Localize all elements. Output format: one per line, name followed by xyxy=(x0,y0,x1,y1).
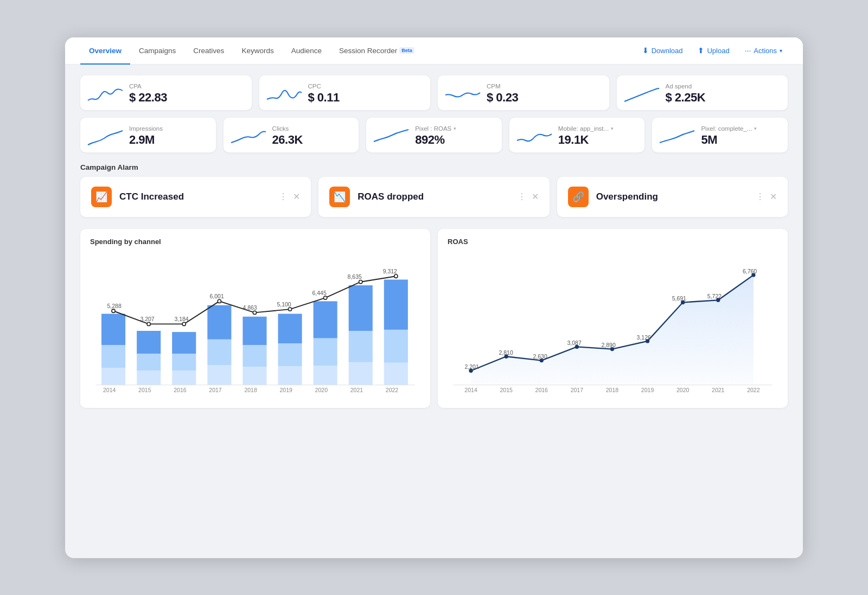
dropdown-arrow-icon2: ▾ xyxy=(611,126,614,131)
svg-point-34 xyxy=(359,280,362,283)
svg-text:2019: 2019 xyxy=(280,387,293,393)
upload-button[interactable]: ⬆ Upload xyxy=(692,43,735,57)
svg-point-29 xyxy=(182,322,186,325)
svg-text:5,100: 5,100 xyxy=(277,300,291,307)
metric-label-pixel-roas: Pixel : ROAS ▾ xyxy=(415,125,456,132)
dropdown-arrow-icon: ▾ xyxy=(454,126,456,131)
svg-point-33 xyxy=(324,296,327,299)
more-options-icon2[interactable]: ⋮ xyxy=(518,191,526,202)
charts-row: Spending by channel xyxy=(80,229,788,408)
close-icon[interactable]: ✕ xyxy=(293,191,300,202)
app-container: Overview Campaigns Creatives Keywords Au… xyxy=(65,37,803,558)
svg-text:2,810: 2,810 xyxy=(499,349,513,356)
svg-rect-12 xyxy=(242,316,266,345)
svg-text:2020: 2020 xyxy=(676,387,690,393)
svg-text:2021: 2021 xyxy=(712,387,725,393)
metric-info-pixel-roas: Pixel : ROAS ▾ 892% xyxy=(415,125,456,147)
metric-info-pixel-complete: Pixel: complete_... ▾ 5M xyxy=(701,125,757,147)
tab-overview[interactable]: Overview xyxy=(80,38,130,65)
roas-chart-card: ROAS xyxy=(438,229,788,408)
more-options-icon3[interactable]: ⋮ xyxy=(756,191,764,202)
tab-audience[interactable]: Audience xyxy=(283,38,330,65)
svg-rect-25 xyxy=(384,329,408,362)
svg-text:3,184: 3,184 xyxy=(174,316,188,322)
nav-tabs: Overview Campaigns Creatives Keywords Au… xyxy=(80,37,423,64)
svg-point-31 xyxy=(253,311,256,314)
svg-rect-5 xyxy=(137,370,161,385)
metric-label-pixel-complete: Pixel: complete_... ▾ xyxy=(701,125,757,132)
svg-text:2022: 2022 xyxy=(747,387,760,393)
svg-text:3,126: 3,126 xyxy=(637,334,651,340)
metric-card-pixel-roas: Pixel : ROAS ▾ 892% xyxy=(366,118,502,152)
svg-rect-26 xyxy=(384,362,408,385)
close-icon3[interactable]: ✕ xyxy=(770,191,777,202)
sparkline-pixel-roas xyxy=(373,125,410,147)
svg-rect-4 xyxy=(137,354,161,371)
svg-rect-10 xyxy=(207,339,231,364)
metric-info-cpm: CPM $ 0.23 xyxy=(487,83,518,105)
sparkline-impressions xyxy=(87,125,124,147)
svg-point-32 xyxy=(288,307,291,310)
tab-keywords[interactable]: Keywords xyxy=(233,38,282,65)
more-options-icon[interactable]: ⋮ xyxy=(279,191,288,202)
svg-rect-7 xyxy=(172,354,196,371)
svg-text:2017: 2017 xyxy=(209,387,222,393)
svg-text:2,890: 2,890 xyxy=(602,342,616,348)
spending-chart-svg: 5,288 3,207 3,184 6,001 4,863 5,100 6,44… xyxy=(90,251,420,399)
alarm-card-roas: 📉 ROAS dropped ⋮ ✕ xyxy=(318,177,549,217)
metric-card-impressions: Impressions 2.9M xyxy=(80,118,216,152)
svg-rect-2 xyxy=(101,368,125,385)
svg-rect-19 xyxy=(314,338,337,365)
svg-rect-0 xyxy=(101,314,125,345)
svg-text:6,001: 6,001 xyxy=(210,293,224,299)
svg-text:9,312: 9,312 xyxy=(383,267,397,274)
metric-cards-row2: Impressions 2.9M Clicks 26.3K xyxy=(80,118,788,152)
download-button[interactable]: ⬇ Download xyxy=(637,43,688,57)
sparkline-clicks xyxy=(230,125,267,147)
actions-button[interactable]: ··· Actions ▾ xyxy=(739,43,788,57)
metric-value-clicks: 26.3K xyxy=(272,133,303,147)
metric-card-mobile-appinst: Mobile: app_inst... ▾ 19.1K xyxy=(509,118,645,152)
alarm-label-overspend: Overspending xyxy=(596,191,658,202)
svg-rect-1 xyxy=(101,345,125,368)
svg-text:2016: 2016 xyxy=(535,387,548,393)
svg-point-30 xyxy=(218,299,221,303)
svg-rect-3 xyxy=(137,331,161,354)
svg-rect-21 xyxy=(349,285,373,331)
svg-text:5,722: 5,722 xyxy=(707,293,722,299)
more-icon: ··· xyxy=(745,46,751,55)
alarm-actions-ctc: ⋮ ✕ xyxy=(279,191,300,202)
chevron-down-icon: ▾ xyxy=(780,48,782,54)
metric-label-clicks: Clicks xyxy=(272,125,303,132)
metric-value-cpa: $ 22.83 xyxy=(129,91,167,105)
metric-label-adspend: Ad spend xyxy=(666,83,706,89)
svg-text:2,630: 2,630 xyxy=(533,353,547,360)
svg-point-28 xyxy=(147,322,150,325)
svg-text:5,691: 5,691 xyxy=(672,295,686,302)
metric-card-cpc: CPC $ 0.11 xyxy=(259,75,431,110)
svg-text:5,288: 5,288 xyxy=(107,303,122,309)
alarm-actions-overspend: ⋮ ✕ xyxy=(756,191,777,202)
metric-label-cpc: CPC xyxy=(308,83,340,89)
actions-label: Actions xyxy=(754,47,777,55)
svg-rect-17 xyxy=(278,366,302,385)
svg-rect-11 xyxy=(207,365,231,385)
svg-rect-22 xyxy=(349,331,373,362)
tab-creatives[interactable]: Creatives xyxy=(184,38,233,65)
tab-session-recorder[interactable]: Session Recorder Beta xyxy=(330,38,423,65)
svg-text:2016: 2016 xyxy=(174,387,187,393)
svg-text:8,635: 8,635 xyxy=(348,273,362,280)
svg-point-27 xyxy=(112,309,115,312)
sparkline-mobile xyxy=(516,125,553,147)
tab-campaigns[interactable]: Campaigns xyxy=(130,38,184,65)
close-icon2[interactable]: ✕ xyxy=(532,191,539,202)
svg-text:2021: 2021 xyxy=(350,387,363,393)
svg-text:3,207: 3,207 xyxy=(140,316,154,322)
nav-actions: ⬇ Download ⬆ Upload ··· Actions ▾ xyxy=(637,43,788,57)
svg-text:2017: 2017 xyxy=(571,387,584,393)
sparkline-cpm xyxy=(444,83,481,105)
download-icon: ⬇ xyxy=(642,46,649,55)
spending-chart-card: Spending by channel xyxy=(80,229,430,408)
metric-label-cpa: CPA xyxy=(129,83,167,89)
svg-text:2020: 2020 xyxy=(315,387,328,393)
